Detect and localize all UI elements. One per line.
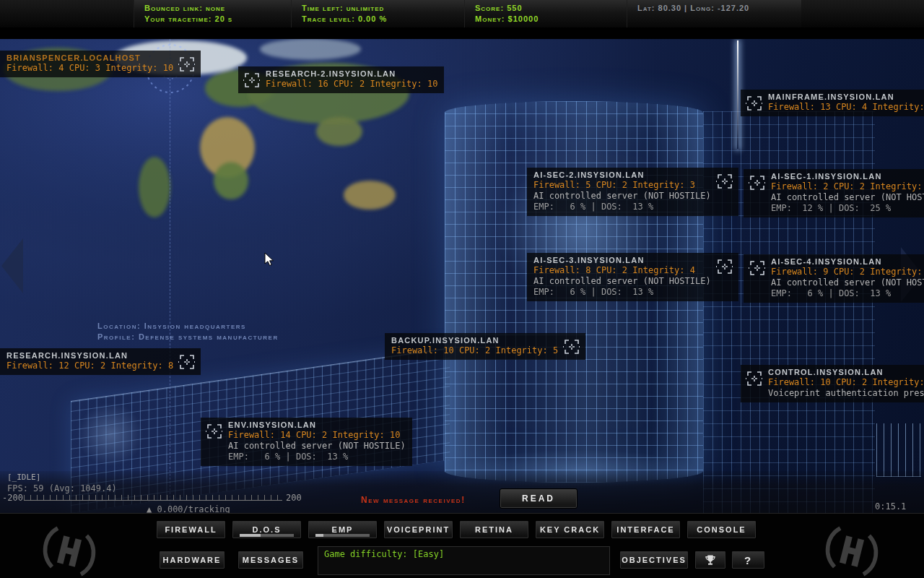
node-stats: Firewall: 10 CPU: 2 Integrity: 6: [768, 377, 924, 388]
target-crosshair-icon[interactable]: [746, 370, 763, 387]
node-stats: Firewall: 14 CPU: 2 Integrity: 10: [228, 430, 406, 441]
street-poles: [876, 423, 921, 477]
target-crosshair-icon[interactable]: [749, 174, 766, 191]
node-env[interactable]: ENV.INSYSION.LAN Firewall: 14 CPU: 2 Int…: [201, 418, 412, 466]
game-logo-icon: [819, 522, 885, 578]
topbar-divider: [0, 30, 924, 39]
node-control[interactable]: CONTROL.INSYSION.LAN Firewall: 10 CPU: 2…: [741, 365, 924, 402]
achievements-button[interactable]: [694, 551, 726, 569]
dos-button[interactable]: D.O.S: [232, 520, 302, 539]
tracetime-label: Your tracetime: 20 s: [144, 14, 291, 25]
emp-button[interactable]: EMP: [308, 520, 378, 539]
button-label: VOICEPRINT: [387, 525, 450, 534]
button-label: INTERFACE: [616, 525, 674, 534]
node-emp-dos: EMP: 6 % | DOS: 13 %: [771, 288, 924, 299]
help-button[interactable]: ?: [731, 551, 765, 569]
button-label: CONSOLE: [697, 525, 746, 534]
node-stats: Firewall: 9 CPU: 2 Integrity: 4: [771, 267, 924, 277]
topbar-spacer: [0, 0, 134, 27]
node-stats: Firewall: 2 CPU: 2 Integrity: 2: [771, 181, 924, 192]
mouse-cursor: [264, 253, 276, 267]
node-ai-sec-4[interactable]: AI-SEC-4.INSYSION.LAN Firewall: 9 CPU: 2…: [744, 254, 924, 303]
node-ai-sec-1[interactable]: AI-SEC-1.INSYSION.LAN Firewall: 2 CPU: 2…: [744, 169, 924, 217]
firewall-button[interactable]: FIREWALL: [156, 520, 226, 539]
idle-status: [_IDLE]: [7, 473, 40, 482]
node-ai-sec-3[interactable]: AI-SEC-3.INSYSION.LAN Firewall: 8 CPU: 2…: [527, 253, 738, 301]
lat-long-label: Lat: 80.30 | Long: -127.20: [637, 3, 801, 14]
mission-timer: 0:15.1: [875, 501, 906, 512]
node-brianspencer-localhost[interactable]: BRIANSPENCER.LOCALHOST Firewall: 4 CPU: …: [0, 51, 201, 77]
score-info-cell: Score: 550 Money: $10000: [464, 0, 627, 27]
tracking-value: 0.000/tracking: [157, 504, 230, 513]
target-crosshair-icon[interactable]: [178, 353, 196, 371]
money-label: Money: $10000: [475, 14, 627, 25]
messages-button[interactable]: MESSAGES: [237, 551, 304, 569]
ruler-max-label: 200: [286, 493, 302, 503]
node-research[interactable]: RESEARCH.INSYSION.LAN Firewall: 12 CPU: …: [0, 348, 201, 375]
status-band: [_IDLE] FPS: 59 (Avg: 1049.4) -200 200 ▲…: [0, 471, 924, 513]
node-name: AI-SEC-1.INSYSION.LAN: [771, 172, 924, 181]
tool-button-row: FIREWALL D.O.S EMP VOICEPRINT RETINA KEY…: [156, 520, 757, 539]
node-name: RESEARCH-2.INSYSION.LAN: [266, 69, 437, 78]
ruler-min-label: -200: [2, 493, 23, 503]
node-emp-dos: EMP: 6 % | DOS: 13 %: [533, 202, 711, 212]
game-logo-icon: [36, 522, 103, 578]
world-map-viewport[interactable]: Location: Insysion headquarters Profile:…: [0, 39, 924, 513]
target-crosshair-icon[interactable]: [749, 259, 766, 277]
target-crosshair-icon[interactable]: [746, 95, 763, 112]
node-research-2[interactable]: RESEARCH-2.INSYSION.LAN Firewall: 16 CPU…: [238, 66, 444, 93]
node-backup[interactable]: BACKUP.INSYSION.LAN Firewall: 10 CPU: 2 …: [385, 333, 585, 360]
target-crosshair-icon[interactable]: [243, 72, 261, 89]
node-description: AI controlled server (NOT HOSTILE): [228, 441, 406, 452]
coordinate-ruler: [24, 495, 282, 501]
console-button[interactable]: CONSOLE: [687, 520, 757, 539]
target-crosshair-icon[interactable]: [563, 338, 580, 355]
bounced-link-label: Bounced link: none: [144, 3, 291, 14]
hardware-button[interactable]: HARDWARE: [159, 551, 225, 569]
node-name: AI-SEC-3.INSYSION.LAN: [533, 256, 711, 264]
node-name: AI-SEC-4.INSYSION.LAN: [771, 257, 924, 266]
button-label: FIREWALL: [165, 525, 217, 534]
node-name: ENV.INSYSION.LAN: [228, 420, 406, 429]
trace-level-label: Trace level: 0.00 %: [302, 14, 464, 25]
target-crosshair-icon[interactable]: [716, 258, 733, 275]
topbar-spacer: [801, 0, 924, 27]
node-name: BACKUP.INSYSION.LAN: [391, 336, 558, 345]
node-stats: Firewall: 13 CPU: 4 Integrity: 8: [768, 102, 924, 113]
node-mainframe[interactable]: MAINFRAME.INSYSION.LAN Firewall: 13 CPU:…: [741, 90, 924, 116]
location-line: Location: Insysion headquarters: [97, 321, 279, 332]
tracking-marker-icon: ▲: [147, 504, 152, 513]
location-info: Location: Insysion headquarters Profile:…: [97, 321, 279, 342]
target-crosshair-icon[interactable]: [178, 56, 196, 73]
node-stats: Firewall: 16 CPU: 2 Integrity: 10: [266, 79, 437, 90]
node-name: RESEARCH.INSYSION.LAN: [6, 351, 173, 360]
node-description: AI controlled server (NOT HOSTILE): [533, 191, 711, 202]
trace-info-cell: Bounced link: none Your tracetime: 20 s: [134, 0, 291, 27]
key-crack-button[interactable]: KEY CRACK: [535, 520, 605, 539]
target-crosshair-icon[interactable]: [206, 423, 223, 440]
node-emp-dos: EMP: 6 % | DOS: 13 %: [533, 287, 711, 298]
read-message-button[interactable]: READ: [500, 488, 578, 509]
node-name: MAINFRAME.INSYSION.LAN: [768, 92, 924, 101]
profile-line: Profile: Defense systems manufacturer: [97, 332, 279, 342]
button-label: D.O.S: [253, 525, 282, 534]
node-description: AI controlled server (NOT HOSTILE): [771, 192, 924, 203]
time-info-cell: Time left: unlimited Trace level: 0.00 %: [291, 0, 464, 27]
node-emp-dos: EMP: 6 % | DOS: 13 %: [228, 452, 406, 462]
button-label: EMP: [332, 525, 354, 534]
retina-button[interactable]: RETINA: [459, 520, 529, 539]
targeting-dashed-line: [170, 39, 170, 509]
node-description: AI controlled server (NOT HOSTILE): [533, 276, 711, 287]
node-ai-sec-2[interactable]: AI-SEC-2.INSYSION.LAN Firewall: 5 CPU: 2…: [527, 168, 738, 216]
objectives-button[interactable]: OBJECTIVES: [619, 551, 689, 569]
target-crosshair-icon[interactable]: [716, 173, 733, 190]
node-stats: Firewall: 12 CPU: 2 Integrity: 8: [6, 361, 173, 371]
interface-button[interactable]: INTERFACE: [611, 520, 681, 539]
trophy-icon: [704, 554, 717, 567]
score-label: Score: 550: [475, 3, 627, 14]
node-stats: Firewall: 8 CPU: 2 Integrity: 4: [533, 265, 711, 276]
node-description: Voiceprint authentication present: [768, 388, 924, 399]
node-name: CONTROL.INSYSION.LAN: [768, 368, 924, 376]
voiceprint-button[interactable]: VOICEPRINT: [383, 520, 453, 539]
new-message-alert: New message received!: [361, 495, 466, 505]
